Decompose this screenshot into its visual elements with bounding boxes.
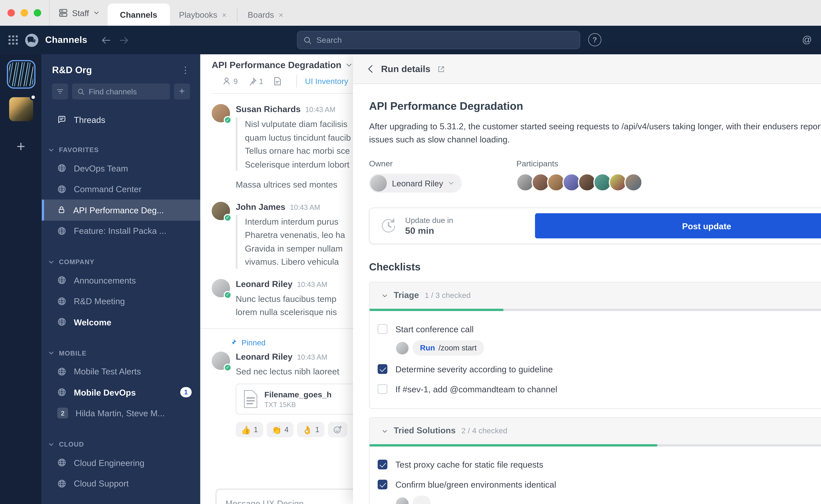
message-line: Nunc lectus faucibus temp	[236, 292, 337, 305]
file-icon	[243, 389, 258, 409]
channel-header-link[interactable]: UI Inventory	[305, 77, 348, 86]
post-update-button[interactable]: Post update	[535, 213, 821, 238]
owner-name: Leonard Riley	[392, 179, 443, 188]
pinned-posts-button[interactable]: 1	[248, 77, 263, 85]
add-reaction-button[interactable]	[328, 422, 347, 437]
team-name[interactable]: R&D Org	[52, 65, 92, 75]
sidebar-item-channel[interactable]: DevOps Team	[42, 158, 200, 179]
sidebar-item-channel[interactable]: Feature: Install Packa ...	[42, 220, 200, 241]
channel-files-button[interactable]	[274, 77, 282, 86]
reaction-count: 1	[315, 425, 319, 434]
add-team-button[interactable]: +	[17, 138, 25, 156]
channel-filter-button[interactable]	[52, 84, 68, 100]
section-title: MOBILE	[59, 350, 86, 357]
products-grid-icon[interactable]	[8, 35, 18, 45]
channel-members-button[interactable]: 9	[222, 77, 238, 86]
checklist-item: If #sev-1, add @commandteam to channel	[378, 379, 821, 399]
sidebar-item-channel[interactable]: Announcements	[42, 270, 200, 291]
message-author[interactable]: John James	[236, 201, 285, 211]
quote-block: Nisl vulputate diam facilisisquam luctus…	[236, 117, 351, 171]
tab-channels[interactable]: Channels	[107, 3, 170, 26]
section-title: FAVORITES	[59, 146, 99, 153]
message-author[interactable]: Leonard Riley	[236, 279, 293, 288]
message-author[interactable]: Susan Richards	[236, 104, 301, 114]
dm-count-badge: 2	[57, 408, 68, 419]
channel-sidebar: R&D Org ⋮ Find channels + Threads FAVORI…	[42, 54, 200, 504]
team-button[interactable]	[7, 95, 35, 123]
sidebar-item-channel[interactable]: Cloud Engineering	[42, 452, 200, 473]
sidebar-item-channel[interactable]: Cloud Support	[42, 473, 200, 494]
checklist-item: Test proxy cache for static file request…	[378, 454, 821, 474]
sidebar-item-channel[interactable]: Welcome	[42, 312, 200, 332]
zoom-window-button[interactable]	[34, 9, 41, 17]
globe-icon	[57, 317, 66, 327]
checkbox[interactable]	[378, 364, 387, 374]
section-header[interactable]: FAVORITES	[42, 142, 200, 158]
message-line: Tellus ornare hac morbi sce	[245, 144, 351, 157]
section-header[interactable]: COMPANY	[42, 254, 200, 270]
checklist-header[interactable]: Tried Solutions 2 / 4 checked	[370, 418, 821, 444]
sidebar-item-threads[interactable]: Threads	[42, 110, 200, 129]
run-label: Run	[420, 344, 435, 352]
sidebar-item-channel[interactable]: Mobile DevOps1	[42, 382, 200, 403]
channel-title[interactable]: API Performance Degradation	[212, 60, 341, 70]
sidebar-item-channel[interactable]: API Performance Deg...	[42, 199, 200, 220]
reaction-pill[interactable]: 👏4	[267, 422, 294, 437]
help-icon[interactable]: ?	[588, 33, 601, 46]
server-menu[interactable]: Staff	[50, 8, 107, 18]
online-status-icon: ✓	[224, 363, 232, 371]
find-channels-input[interactable]: Find channels	[72, 84, 170, 100]
tab-boards[interactable]: Boards×	[239, 3, 293, 26]
add-channel-button[interactable]: +	[174, 84, 190, 100]
lock-icon	[57, 205, 66, 215]
mentions-icon[interactable]: @	[802, 34, 812, 46]
external-link-icon[interactable]	[437, 65, 445, 73]
back-chevron-icon[interactable]	[367, 65, 374, 73]
sidebar-section-cloud: CLOUDCloud EngineeringCloud Support	[42, 436, 200, 494]
run-command-pill[interactable]: Run /zoom start	[412, 340, 484, 356]
checklist-title: Tried Solutions	[394, 425, 456, 435]
checkbox[interactable]	[378, 384, 387, 394]
chevron-down-icon	[382, 428, 388, 434]
checkbox[interactable]	[378, 324, 387, 334]
close-tab-icon[interactable]: ×	[279, 10, 284, 19]
section-header[interactable]: MOBILE	[42, 345, 200, 361]
checkbox[interactable]	[378, 480, 387, 489]
checklist-card: Tried Solutions 2 / 4 checked Test proxy…	[369, 417, 821, 504]
team-menu-kebab-icon[interactable]: ⋮	[181, 65, 190, 75]
close-window-button[interactable]	[7, 9, 15, 17]
sidebar-item-channel[interactable]: 2Hilda Martin, Steve M...	[42, 403, 200, 424]
checklist-header[interactable]: Triage 1 / 3 checked	[370, 282, 821, 309]
chevron-down-icon	[93, 10, 99, 16]
sidebar-item-channel[interactable]: R&D Meeting	[42, 291, 200, 312]
owner-select[interactable]: Leonard Riley	[369, 174, 462, 193]
avatar: ✓	[212, 279, 230, 297]
team-button-active[interactable]	[7, 60, 35, 89]
run-details-panel: Run details API Performance Degradation …	[353, 54, 821, 504]
checklist-progress-fill	[370, 444, 658, 447]
search-input[interactable]: Search	[297, 31, 580, 49]
tab-playbooks[interactable]: Playbooks×	[170, 3, 236, 26]
reaction-pill[interactable]: 👍1	[236, 422, 263, 437]
sidebar-item-channel[interactable]: Mobile Test Alerts	[42, 361, 200, 382]
reaction-pill[interactable]: 👌1	[297, 422, 325, 437]
chevron-down-icon[interactable]	[346, 62, 352, 69]
back-arrow-icon[interactable]	[101, 36, 111, 44]
sidebar-item-channel[interactable]: Command Center	[42, 179, 200, 199]
message-author[interactable]: Leonard Riley	[236, 351, 293, 361]
close-tab-icon[interactable]: ×	[222, 10, 227, 19]
section-header[interactable]: CLOUD	[42, 436, 200, 452]
globe-icon	[57, 388, 66, 397]
run-command-pill[interactable]	[412, 496, 431, 504]
forward-arrow-icon[interactable]	[119, 36, 128, 44]
sidebar-section-company: COMPANYAnnouncementsR&D MeetingWelcome	[42, 254, 200, 332]
minimize-window-button[interactable]	[21, 9, 28, 17]
participant-avatar[interactable]	[625, 173, 643, 192]
chevron-down-icon	[382, 293, 388, 299]
checkbox[interactable]	[378, 460, 387, 469]
slash-command-row	[396, 496, 821, 504]
checklist-progress-track	[370, 309, 821, 311]
avatar	[396, 497, 409, 504]
file-icon	[274, 77, 282, 86]
quote-block: Interdum interdum purusPharetra venenati…	[236, 215, 345, 269]
